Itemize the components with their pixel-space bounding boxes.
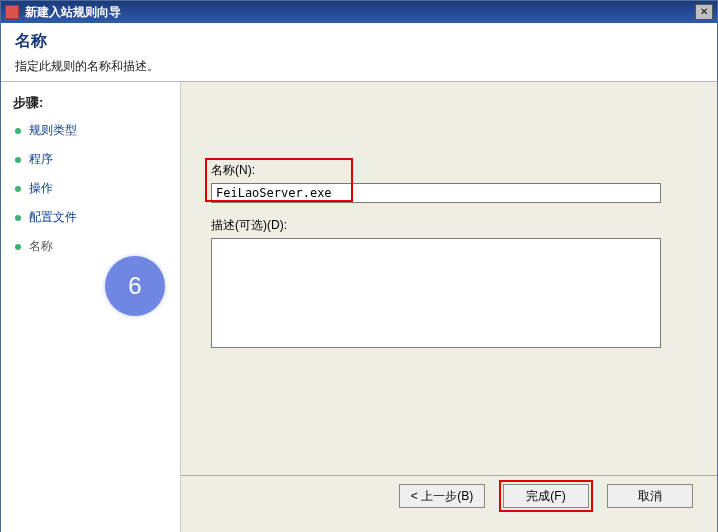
step-label: 名称 bbox=[29, 238, 53, 255]
app-icon bbox=[5, 5, 19, 19]
bullet-icon bbox=[15, 157, 21, 163]
close-icon[interactable]: ✕ bbox=[695, 4, 713, 20]
step-label: 规则类型 bbox=[29, 122, 77, 139]
steps-header: 步骤: bbox=[1, 90, 180, 116]
wizard-body: 步骤: 规则类型 程序 操作 配置文件 名称 bbox=[1, 82, 717, 532]
titlebar: 新建入站规则向导 ✕ bbox=[1, 1, 717, 23]
bullet-icon bbox=[15, 128, 21, 134]
cancel-button[interactable]: 取消 bbox=[607, 484, 693, 508]
back-button[interactable]: < 上一步(B) bbox=[399, 484, 485, 508]
window-title: 新建入站规则向导 bbox=[25, 4, 695, 21]
step-name[interactable]: 名称 bbox=[1, 232, 180, 261]
annotation-highlight-finish: 完成(F) bbox=[499, 480, 593, 512]
description-label: 描述(可选)(D): bbox=[211, 217, 687, 234]
step-profile[interactable]: 配置文件 bbox=[1, 203, 180, 232]
step-program[interactable]: 程序 bbox=[1, 145, 180, 174]
step-label: 操作 bbox=[29, 180, 53, 197]
bullet-icon bbox=[15, 186, 21, 192]
wizard-window: 新建入站规则向导 ✕ 名称 指定此规则的名称和描述。 步骤: 规则类型 程序 操… bbox=[0, 0, 718, 532]
bullet-icon bbox=[15, 244, 21, 250]
step-action[interactable]: 操作 bbox=[1, 174, 180, 203]
description-input[interactable] bbox=[211, 238, 661, 348]
page-subtitle: 指定此规则的名称和描述。 bbox=[15, 58, 703, 75]
step-label: 配置文件 bbox=[29, 209, 77, 226]
annotation-step-badge: 6 bbox=[105, 256, 165, 316]
page-title: 名称 bbox=[15, 31, 703, 52]
step-label: 程序 bbox=[29, 151, 53, 168]
main-panel: 名称(N): 描述(可选)(D): < 上一步(B) 完成(F) 取消 bbox=[181, 82, 717, 532]
name-label: 名称(N): bbox=[211, 162, 687, 179]
step-rule-type[interactable]: 规则类型 bbox=[1, 116, 180, 145]
bullet-icon bbox=[15, 215, 21, 221]
page-header: 名称 指定此规则的名称和描述。 bbox=[1, 23, 717, 82]
finish-button[interactable]: 完成(F) bbox=[503, 484, 589, 508]
wizard-buttons: < 上一步(B) 完成(F) 取消 bbox=[399, 480, 693, 512]
name-input[interactable] bbox=[211, 183, 661, 203]
footer-separator bbox=[181, 475, 717, 476]
